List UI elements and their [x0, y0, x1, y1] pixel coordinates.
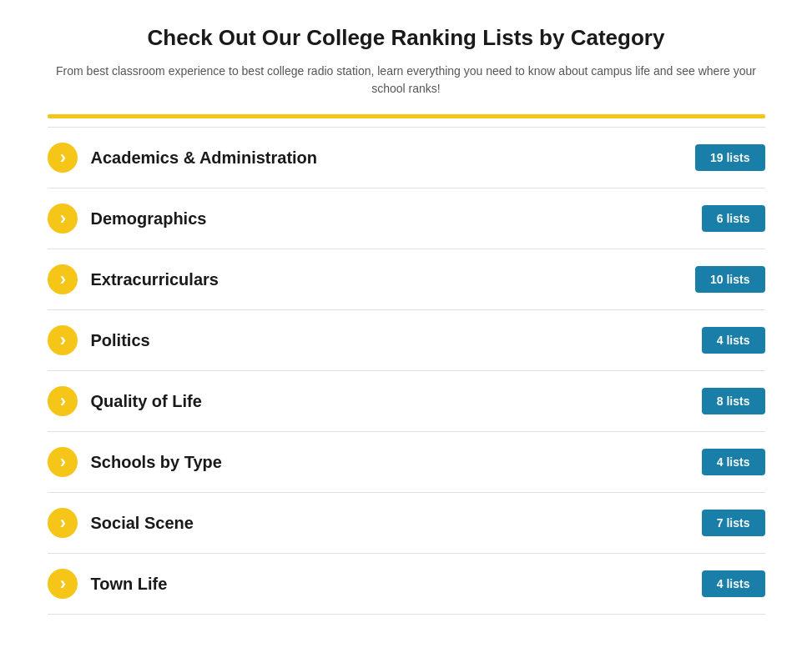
category-row-academics[interactable]: Academics & Administration19 lists: [48, 127, 765, 188]
category-row-social-scene[interactable]: Social Scene7 lists: [48, 493, 765, 554]
category-left-group: Politics: [48, 325, 150, 355]
chevron-icon-schools-by-type: [48, 447, 78, 477]
category-row-quality-of-life[interactable]: Quality of Life8 lists: [48, 371, 765, 432]
lists-badge-town-life[interactable]: 4 lists: [702, 570, 765, 597]
chevron-icon-quality-of-life: [48, 386, 78, 416]
category-name-town-life: Town Life: [91, 575, 168, 594]
page-subtitle: From best classroom experience to best c…: [48, 63, 765, 98]
lists-badge-quality-of-life[interactable]: 8 lists: [702, 388, 765, 414]
category-row-politics[interactable]: Politics4 lists: [48, 310, 765, 371]
category-row-town-life[interactable]: Town Life4 lists: [48, 554, 765, 615]
category-name-social-scene: Social Scene: [91, 514, 194, 533]
lists-badge-extracurriculars[interactable]: 10 lists: [695, 266, 764, 293]
category-left-group: Quality of Life: [48, 386, 202, 416]
yellow-accent-bar: [48, 114, 765, 118]
page-container: Check Out Our College Ranking Lists by C…: [31, 0, 782, 648]
category-name-demographics: Demographics: [91, 209, 207, 229]
category-name-extracurriculars: Extracurriculars: [91, 270, 219, 289]
chevron-icon-social-scene: [48, 508, 78, 538]
lists-badge-schools-by-type[interactable]: 4 lists: [702, 449, 765, 475]
chevron-icon-town-life: [48, 569, 78, 599]
category-left-group: Social Scene: [48, 508, 194, 538]
category-left-group: Town Life: [48, 569, 168, 599]
category-name-politics: Politics: [91, 331, 150, 350]
chevron-icon-demographics: [48, 203, 78, 234]
category-row-extracurriculars[interactable]: Extracurriculars10 lists: [48, 249, 765, 310]
category-left-group: Schools by Type: [48, 447, 222, 477]
chevron-icon-extracurriculars: [48, 264, 78, 294]
lists-badge-social-scene[interactable]: 7 lists: [702, 510, 765, 536]
category-name-quality-of-life: Quality of Life: [91, 392, 202, 411]
page-title: Check Out Our College Ranking Lists by C…: [48, 25, 765, 51]
chevron-icon-academics: [48, 143, 78, 173]
category-left-group: Extracurriculars: [48, 264, 219, 294]
category-row-demographics[interactable]: Demographics6 lists: [48, 188, 765, 249]
category-name-schools-by-type: Schools by Type: [91, 453, 222, 472]
lists-badge-demographics[interactable]: 6 lists: [702, 205, 765, 232]
category-left-group: Demographics: [48, 203, 207, 234]
category-list: Academics & Administration19 listsDemogr…: [48, 127, 765, 615]
category-row-schools-by-type[interactable]: Schools by Type4 lists: [48, 432, 765, 493]
lists-badge-academics[interactable]: 19 lists: [695, 144, 764, 171]
lists-badge-politics[interactable]: 4 lists: [702, 327, 765, 354]
chevron-icon-politics: [48, 325, 78, 355]
category-left-group: Academics & Administration: [48, 143, 318, 173]
category-name-academics: Academics & Administration: [91, 148, 318, 168]
